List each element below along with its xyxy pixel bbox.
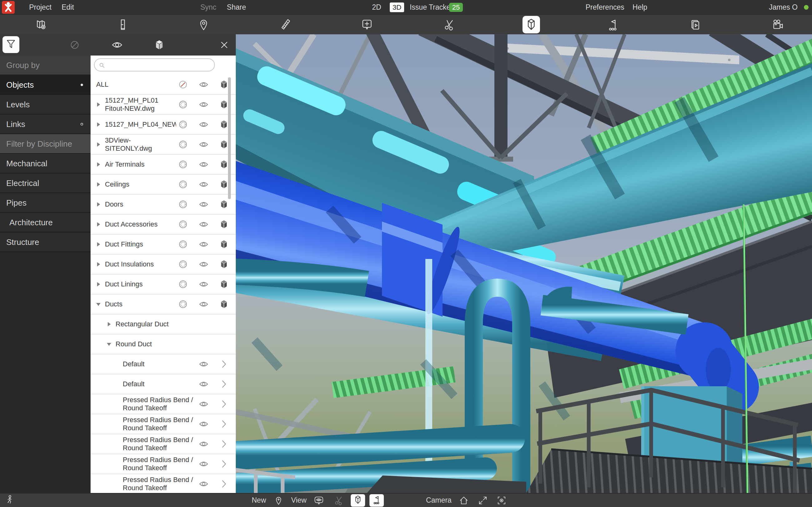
menu-share[interactable]: Share <box>227 0 246 15</box>
show-3d-cube-icon[interactable] <box>218 239 230 250</box>
visibility-eye-icon[interactable] <box>198 159 209 170</box>
select-circle-icon[interactable] <box>177 139 189 150</box>
tree-row-doors[interactable]: Doors <box>91 195 236 215</box>
sidebar-item-electrical[interactable]: Electrical <box>0 173 91 193</box>
track-button[interactable] <box>369 494 384 507</box>
tree-row-default[interactable]: Default <box>91 354 236 375</box>
tree-row-air-terminals[interactable]: Air Terminals <box>91 155 236 175</box>
triangle-right-icon[interactable] <box>95 281 102 288</box>
search-input[interactable] <box>108 60 211 70</box>
tree-row-pressed-radius-bend-round-takeoff[interactable]: Pressed Radius Bend / Round Takeoff <box>91 394 236 414</box>
pin-plus-icon[interactable] <box>273 495 285 506</box>
show-3d-cube-icon[interactable] <box>218 298 230 310</box>
tree-row-all[interactable]: ALL <box>91 75 236 95</box>
tree-row-round-duct[interactable]: Round Duct <box>91 334 236 354</box>
toolbar-video-camera-icon[interactable] <box>768 16 786 34</box>
view-bubble-icon[interactable] <box>312 495 325 506</box>
visibility-eye-icon[interactable] <box>198 478 209 490</box>
visibility-eye-icon[interactable] <box>198 199 209 210</box>
triangle-right-icon[interactable] <box>106 321 112 328</box>
filter-button[interactable] <box>2 36 19 53</box>
app-logo-icon[interactable] <box>2 1 15 14</box>
objects-3d-button[interactable] <box>351 494 365 507</box>
search-box[interactable] <box>94 58 215 71</box>
visibility-eye-icon[interactable] <box>198 139 209 150</box>
panel-scrollbar[interactable] <box>228 77 231 199</box>
tree-row-pressed-radius-bend-round-takeoff[interactable]: Pressed Radius Bend / Round Takeoff <box>91 434 236 454</box>
triangle-down-icon[interactable] <box>95 301 102 307</box>
details-chevron-icon[interactable] <box>218 458 230 469</box>
menu-issue-tracker[interactable]: Issue Tracker <box>410 0 453 15</box>
toolbar-cube-icon-active[interactable] <box>522 16 540 34</box>
sidebar-item-links[interactable]: Links <box>0 114 91 134</box>
select-circle-icon[interactable] <box>177 219 189 230</box>
visibility-eye-icon[interactable] <box>198 119 209 130</box>
toolbar-ruler-icon[interactable] <box>277 16 295 34</box>
tree-row-duct-linings[interactable]: Duct Linings <box>91 275 236 294</box>
menu-preferences[interactable]: Preferences <box>586 0 624 15</box>
toolbar-wall-icon[interactable] <box>114 16 132 34</box>
triangle-right-icon[interactable] <box>95 161 102 168</box>
select-circle-icon[interactable] <box>177 239 189 250</box>
triangle-down-icon[interactable] <box>106 341 112 348</box>
camera-button[interactable]: Camera <box>426 494 452 507</box>
visibility-eye-icon[interactable] <box>198 438 209 450</box>
select-circle-icon[interactable] <box>177 179 189 190</box>
triangle-right-icon[interactable] <box>95 181 102 188</box>
triangle-right-icon[interactable] <box>95 241 102 248</box>
toolbar-add-issue-icon[interactable] <box>358 16 376 34</box>
mode-2d-button[interactable]: 2D <box>372 0 381 15</box>
visibility-eye-icon[interactable] <box>198 358 209 370</box>
visibility-eye-icon[interactable] <box>198 99 209 110</box>
select-circle-icon[interactable] <box>177 119 189 130</box>
visibility-eye-icon[interactable] <box>198 219 209 230</box>
sidebar-item-architecture[interactable]: Architecture <box>0 213 91 232</box>
visibility-eye-icon[interactable] <box>198 79 209 90</box>
sidebar-item-objects[interactable]: Objects <box>0 75 91 95</box>
viewport-3d[interactable] <box>236 34 812 493</box>
walk-mode-icon[interactable] <box>4 495 16 506</box>
tree-row-pressed-radius-bend-round-takeoff[interactable]: Pressed Radius Bend / Round Takeoff <box>91 454 236 474</box>
select-circle-icon[interactable] <box>177 99 189 110</box>
home-icon[interactable] <box>458 495 470 506</box>
visibility-eye-icon[interactable] <box>198 259 209 270</box>
tree-row-duct-insulations[interactable]: Duct Insulations <box>91 255 236 275</box>
cube-solid-icon[interactable] <box>153 38 166 52</box>
triangle-right-icon[interactable] <box>95 221 102 228</box>
tree-row-duct-accessories[interactable]: Duct Accessories <box>91 215 236 235</box>
triangle-right-icon[interactable] <box>95 141 102 148</box>
show-3d-cube-icon[interactable] <box>218 199 230 210</box>
details-chevron-icon[interactable] <box>218 358 230 370</box>
details-chevron-icon[interactable] <box>218 438 230 450</box>
select-circle-icon[interactable] <box>177 159 189 170</box>
select-circle-icon[interactable] <box>177 298 189 310</box>
triangle-right-icon[interactable] <box>95 121 102 128</box>
details-chevron-icon[interactable] <box>218 478 230 490</box>
sidebar-item-mechanical[interactable]: Mechanical <box>0 154 91 173</box>
triangle-right-icon[interactable] <box>95 261 102 268</box>
details-chevron-icon[interactable] <box>218 398 230 410</box>
visibility-eye-icon[interactable] <box>198 458 209 469</box>
show-3d-cube-icon[interactable] <box>218 279 230 290</box>
show-3d-cube-icon[interactable] <box>218 219 230 230</box>
visibility-eye-icon[interactable] <box>198 279 209 290</box>
focus-icon[interactable] <box>496 495 507 506</box>
details-chevron-icon[interactable] <box>218 379 230 390</box>
triangle-right-icon[interactable] <box>95 201 102 208</box>
toolbar-pin-icon[interactable] <box>195 16 212 34</box>
visibility-eye-icon[interactable] <box>198 418 209 430</box>
tree-row-pressed-radius-bend-round-takeoff[interactable]: Pressed Radius Bend / Round Takeoff <box>91 414 236 434</box>
toolbar-map-icon[interactable] <box>32 16 49 34</box>
tree-row-rectangular-duct[interactable]: Rectangular Duct <box>91 315 236 334</box>
show-3d-cube-icon[interactable] <box>218 259 230 270</box>
sidebar-item-structure[interactable]: Structure <box>0 232 91 252</box>
tree-row-pressed-radius-bend-round-takeoff[interactable]: Pressed Radius Bend / Round Takeoff <box>91 474 236 493</box>
select-circle-icon[interactable] <box>177 279 189 290</box>
toolbar-track-icon[interactable] <box>604 16 622 34</box>
sidebar-item-pipes[interactable]: Pipes <box>0 193 91 213</box>
view-button[interactable]: View <box>291 494 306 507</box>
toolbar-screens-icon[interactable] <box>687 16 704 34</box>
select-circle-icon[interactable] <box>177 259 189 270</box>
tree-row-ducts[interactable]: Ducts <box>91 294 236 315</box>
tree-row-ceilings[interactable]: Ceilings <box>91 175 236 195</box>
